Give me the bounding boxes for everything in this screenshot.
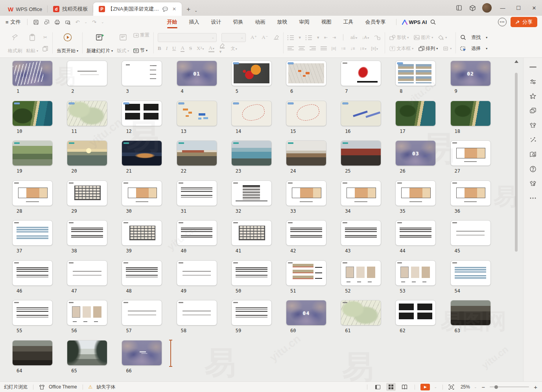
tab-docer-templates[interactable]: d 找稻壳模板 <box>48 2 93 16</box>
normal-view-button[interactable] <box>373 383 382 391</box>
slide-thumbnail-63[interactable] <box>451 300 490 325</box>
play-slideshow-button[interactable]: ▶ <box>420 384 430 390</box>
menu-tab[interactable]: 会员专享 <box>365 17 387 28</box>
slide-thumbnail-11[interactable] <box>67 101 107 126</box>
paste-button[interactable]: 粘贴▾ <box>26 31 38 55</box>
align-center-icon[interactable] <box>299 46 305 51</box>
menu-tab[interactable]: 审阅 <box>299 17 310 28</box>
undo-icon[interactable]: ↶ <box>76 19 80 25</box>
slide-thumbnail-33[interactable] <box>286 181 326 206</box>
menu-tab[interactable]: 设计 <box>210 17 222 28</box>
convert-smartart-icon[interactable] <box>374 35 381 40</box>
undo-chevron-icon[interactable]: ⌄ <box>85 20 88 24</box>
slide-thumbnail-58[interactable] <box>177 300 217 325</box>
slide-thumbnail-65[interactable] <box>67 340 107 365</box>
split-view-icon[interactable] <box>452 0 466 16</box>
scroll-up-arrow[interactable] <box>514 60 518 63</box>
shapes-button[interactable]: 形状▾ <box>389 34 409 41</box>
decrease-spacing-icon[interactable]: ↓≡ <box>350 46 355 51</box>
arrange-button[interactable]: 排列▾ <box>418 45 438 52</box>
slide-thumbnail-26[interactable]: 03 <box>396 141 435 166</box>
slide-thumbnail-49[interactable] <box>177 261 217 285</box>
align-left-icon[interactable] <box>288 46 294 51</box>
transition-layers-icon[interactable] <box>529 107 537 115</box>
close-tab-icon[interactable]: ✕ <box>172 6 176 12</box>
slide-thumbnail-25[interactable] <box>341 141 381 166</box>
slide-thumbnail-36[interactable] <box>451 181 490 206</box>
slide-thumbnail-14[interactable] <box>232 101 271 126</box>
slide-thumbnail-40[interactable] <box>177 221 217 245</box>
slide-thumbnail-22[interactable] <box>177 141 217 166</box>
reset-button[interactable]: 重置 <box>133 32 149 39</box>
menu-tab[interactable]: 切换 <box>232 17 244 28</box>
slide-thumbnail-35[interactable] <box>396 181 435 206</box>
menu-tab[interactable]: 视图 <box>321 17 332 28</box>
vertical-scrollbar[interactable] <box>515 73 518 252</box>
slide-thumbnail-64[interactable] <box>13 340 52 365</box>
slide-thumbnail-10[interactable] <box>13 101 52 126</box>
user-avatar[interactable] <box>482 3 492 13</box>
fit-to-window-icon[interactable] <box>448 384 454 390</box>
slide-thumbnail-51[interactable] <box>286 261 326 285</box>
underline-icon[interactable]: U <box>172 45 176 52</box>
print-icon[interactable] <box>54 19 60 25</box>
slide-thumbnail-61[interactable] <box>341 300 381 325</box>
slide-thumbnail-66[interactable] <box>122 340 162 365</box>
vertical-text-icon[interactable]: ↓A▾ <box>362 35 369 40</box>
distribute-text-icon[interactable]: |≡| <box>332 46 336 51</box>
slide-thumbnail-8[interactable] <box>396 61 435 86</box>
layout-button[interactable]: 版式▾ <box>117 31 129 55</box>
magic-wand-icon[interactable] <box>529 136 537 144</box>
zoom-chevron-icon[interactable]: ⌄ <box>474 385 477 389</box>
print-preview-icon[interactable] <box>65 19 71 25</box>
slide-thumbnail-20[interactable] <box>67 141 107 166</box>
slide-thumbnail-9[interactable]: 02 <box>451 61 490 86</box>
paragraph-settings-icon[interactable]: [≡]▾ <box>371 46 378 51</box>
output-icon[interactable] <box>44 19 50 25</box>
slide-thumbnail-44[interactable] <box>396 221 435 245</box>
slide-thumbnail-41[interactable] <box>232 221 271 245</box>
picture-button[interactable]: 图片▾ <box>413 34 433 41</box>
justify-icon[interactable] <box>321 46 327 51</box>
slide-thumbnail-52[interactable] <box>341 261 381 285</box>
redo-icon[interactable]: ↷ <box>92 19 96 25</box>
increase-spacing-icon[interactable]: ↑≡ <box>341 46 346 51</box>
slide-thumbnail-59[interactable] <box>232 300 271 325</box>
slide-thumbnail-39[interactable] <box>122 221 162 245</box>
section-button[interactable]: 节▾ <box>133 47 149 54</box>
menu-tab[interactable]: 开始 <box>166 17 178 28</box>
share-button[interactable]: 分享 <box>511 17 537 27</box>
slide-sorter-canvas[interactable]: 1230145678029101112131415161718192021222… <box>0 58 523 381</box>
slide-thumbnail-38[interactable] <box>67 221 107 245</box>
slide-thumbnail-16[interactable] <box>341 101 381 126</box>
slide-thumbnail-6[interactable] <box>286 61 326 86</box>
superscript-icon[interactable]: X²▾ <box>197 45 204 52</box>
slide-thumbnail-34[interactable] <box>341 181 381 206</box>
tab-list-chevron-icon[interactable]: ⌄ <box>194 8 200 16</box>
slide-thumbnail-60[interactable]: 04 <box>286 300 326 325</box>
slide-thumbnail-31[interactable] <box>177 181 217 206</box>
comment-bubble-icon[interactable]: 💬 <box>162 7 168 12</box>
effects-star-icon[interactable] <box>529 92 537 100</box>
slide-thumbnail-23[interactable] <box>232 141 271 166</box>
clear-format-icon[interactable] <box>273 35 279 40</box>
slide-thumbnail-32[interactable] <box>232 181 271 206</box>
slide-thumbnail-48[interactable] <box>122 261 162 285</box>
new-tab-button[interactable]: + <box>182 6 194 16</box>
reading-view-button[interactable] <box>400 383 409 391</box>
increase-font-icon[interactable]: A⁺ <box>251 34 257 40</box>
design-theme-icon[interactable] <box>529 121 537 129</box>
slide-sorter-view-button[interactable] <box>386 383 396 391</box>
menu-tab[interactable]: 工具 <box>343 17 354 28</box>
slide-thumbnail-55[interactable] <box>13 300 52 325</box>
redo-chevron-icon[interactable]: ⌄ <box>101 20 104 24</box>
slide-thumbnail-2[interactable] <box>67 61 107 86</box>
slide-thumbnail-7[interactable] <box>341 61 381 86</box>
slide-thumbnail-3[interactable] <box>122 61 162 86</box>
menu-tab[interactable]: 插入 <box>188 17 200 28</box>
save-icon[interactable] <box>33 19 39 25</box>
phonetic-guide-icon[interactable]: 文▾ <box>231 46 237 52</box>
slide-thumbnail-12[interactable] <box>122 101 162 126</box>
map-search-icon[interactable] <box>529 151 537 158</box>
zoom-level[interactable]: 25% <box>458 384 470 390</box>
